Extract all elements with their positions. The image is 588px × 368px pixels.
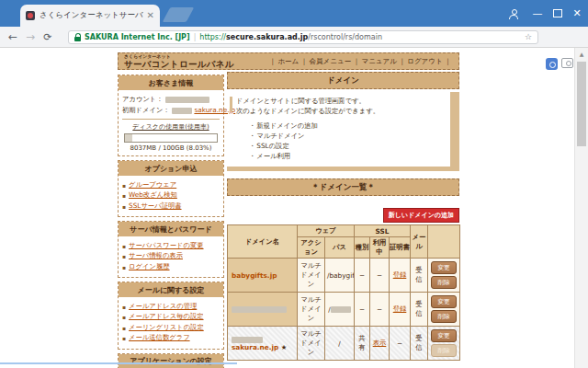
nav-link-ホーム[interactable]: ホーム [277, 57, 299, 65]
sidebar-item: ▪SSLサーバ証明書 [122, 202, 221, 211]
sidebar-section: オプション申込▪グループウェア▪Web改ざん検知▪SSLサーバ証明書 [118, 160, 224, 217]
sidebar-link-list: ▪グループウェア▪Web改ざん検知▪SSLサーバ証明書 [119, 176, 223, 216]
sidebar-link[interactable]: サーバパスワードの変更 [129, 242, 203, 250]
bullet-icon: ▪ [122, 334, 126, 342]
col-mail: メール [411, 225, 428, 259]
sidebar-link[interactable]: ログイン履歴 [129, 263, 169, 271]
domain-cell: babygifts.jp [228, 259, 298, 293]
profile-button[interactable] [503, 0, 524, 27]
nav-link-会員メニュー[interactable]: 会員メニュー [310, 57, 352, 65]
cert-cell: − [390, 327, 411, 361]
col-action: アクション [298, 237, 325, 259]
change-button[interactable]: 変更 [431, 295, 457, 308]
cert-cell: 登録 [390, 293, 411, 327]
cert-register-link[interactable]: 登録 [393, 305, 407, 313]
bullet-icon: ▪ [122, 242, 126, 250]
screenshot-extension-icon[interactable] [561, 58, 573, 68]
table-row: マルチドメイン/−−登録受信変更削除 [228, 293, 460, 327]
sidebar-item: ▪グループウェア [122, 181, 221, 190]
domain-cell [228, 293, 298, 327]
page-scrollbar[interactable]: ▲ [574, 48, 588, 368]
cp-logo-main: サーバコントロールパネル [124, 60, 234, 69]
sidebar-section: アプリケーションの設定▪データベースの設定▪アクセスログの設定▪Perlのバージ… [118, 353, 224, 368]
cert-register-link[interactable]: 登録 [393, 270, 407, 279]
scrollbar-up-icon[interactable]: ▲ [575, 48, 588, 60]
extension-icon[interactable] [546, 58, 558, 70]
initial-domain-label: 初期ドメイン： [122, 106, 170, 114]
site-favicon [26, 11, 35, 20]
browser-titlebar: さくらインターネットサーバコン ✕ — ✕ [0, 0, 588, 27]
domain-list-title: ＊ドメイン一覧＊ [227, 178, 459, 196]
bookmark-star-icon[interactable]: ☆ [525, 32, 532, 41]
delete-button[interactable]: 削除 [431, 276, 457, 289]
nav-link-マニュアル[interactable]: マニュアル [362, 57, 397, 65]
account-row: アカウント： [122, 95, 220, 104]
url-divider: | [194, 33, 197, 41]
action-cell: マルチドメイン [298, 259, 325, 293]
url-path: /rscontrol/rs/domain [308, 33, 382, 41]
domain-table: ドメイン名 ウェブ SSL メール アクション パス 種別 利用中 証明書 ba… [227, 224, 460, 361]
sidebar-section-title: お客さま情報 [119, 75, 223, 90]
disk-usage-title: ディスクの使用量(使用率) [122, 122, 220, 132]
disk-usage-fill [125, 134, 132, 142]
tab-close-icon[interactable]: ✕ [147, 11, 154, 20]
sidebar-section-title: オプション申込 [119, 161, 223, 176]
browser-tab[interactable]: さくらインターネットサーバコン ✕ [20, 5, 160, 27]
col-ssl: SSL [355, 225, 411, 237]
initial-domain-star: ★ [278, 343, 287, 351]
intro-bullet: SSLの設定 [249, 142, 443, 151]
sidebar-item: ▪メーリングリストの設定 [122, 324, 221, 332]
address-bar[interactable]: SAKURA Internet Inc. [JP] | https://secu… [68, 30, 538, 44]
sidebar-link[interactable]: メールアドレス毎の設定 [129, 313, 203, 321]
nav-link-ログアウト[interactable]: ログアウト [407, 57, 442, 65]
col-domain: ドメイン名 [228, 225, 298, 259]
cp-header: さくらインターネット サーバコントロールパネル ｜ホーム｜会員メニュー｜マニュア… [118, 52, 459, 70]
ssl-inuse-cell: − [370, 259, 390, 293]
sidebar-link[interactable]: グループウェア [129, 181, 176, 190]
row-buttons-cell: 変更削除 [428, 293, 460, 327]
row-buttons-cell: 変更削除 [428, 259, 460, 293]
sidebar-link[interactable]: SSLサーバ証明書 [129, 202, 181, 211]
close-button[interactable]: ✕ [568, 0, 586, 27]
change-button[interactable]: 変更 [431, 329, 457, 342]
sidebar: お客さま情報 アカウント： 初期ドメイン： sakura.ne.jp ディスクの… [118, 75, 224, 368]
add-domain-button[interactable]: 新しいドメインの追加 [383, 208, 459, 223]
forward-icon[interactable]: → [26, 31, 35, 42]
minimize-button[interactable]: — [528, 0, 547, 27]
bullet-icon: ▪ [122, 324, 126, 332]
sidebar-link[interactable]: Web改ざん検知 [129, 191, 177, 200]
redacted-domain-prefix [172, 108, 192, 114]
ssl-show-link[interactable]: 表示 [373, 339, 387, 347]
scrollbar-thumb[interactable] [577, 62, 586, 146]
reload-icon[interactable]: ⟳ [43, 32, 51, 42]
maximize-button[interactable] [548, 0, 567, 27]
sidebar-section: メールに関する設定▪メールアドレスの管理▪メールアドレス毎の設定▪メーリングリス… [118, 282, 224, 350]
redacted-path [331, 306, 351, 313]
sidebar-link[interactable]: メール送信数グラフ [129, 334, 190, 342]
row-buttons-cell: 変更削除 [428, 327, 460, 361]
cp-logo: さくらインターネット サーバコントロールパネル [124, 54, 234, 69]
bullet-icon: ▪ [122, 263, 126, 271]
nav-separator: ｜ [353, 57, 359, 65]
page-title: ドメイン [227, 72, 459, 89]
new-tab-button[interactable] [163, 7, 195, 22]
sidebar-item: ▪メールアドレスの管理 [122, 303, 221, 311]
sidebar-link[interactable]: メーリングリストの設定 [129, 324, 204, 332]
sidebar-link[interactable]: サーバ情報の表示 [129, 252, 183, 260]
back-icon[interactable]: ← [8, 31, 17, 42]
tab-title: さくらインターネットサーバコン [40, 10, 143, 21]
intro-bullet: メール利用 [249, 152, 443, 161]
col-cert: 証明書 [390, 237, 411, 259]
table-row: sakura.ne.jp ★マルチドメイン/共有表示−受信変更削除 [228, 327, 460, 361]
mail-cell: 受信 [411, 327, 428, 361]
sidebar-item: ▪Web改ざん検知 [122, 191, 221, 200]
sidebar-item: ▪サーバ情報の表示 [122, 252, 221, 260]
account-label: アカウント： [122, 95, 164, 103]
intro-line2: 次のようなドメインに関する設定ができます。 [236, 107, 443, 116]
ssl-inuse-cell: − [370, 293, 390, 327]
delete-button[interactable]: 削除 [431, 310, 457, 323]
mail-cell: 受信 [411, 293, 428, 327]
main-content: ドメイン ドメインとサイトに関する管理画面です。 次のようなドメインに関する設定… [227, 72, 459, 368]
sidebar-link[interactable]: メールアドレスの管理 [129, 303, 197, 311]
change-button[interactable]: 変更 [431, 261, 457, 274]
